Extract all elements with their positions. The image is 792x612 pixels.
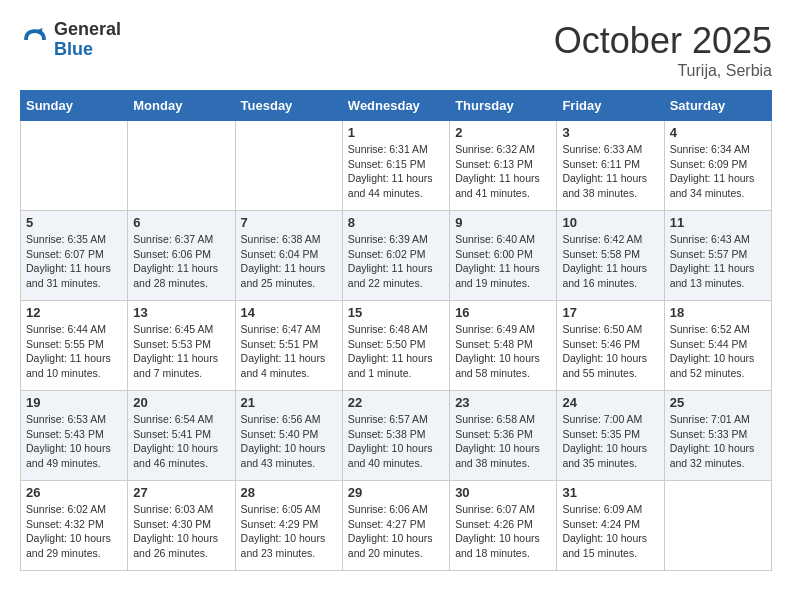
day-cell: 31Sunrise: 6:09 AM Sunset: 4:24 PM Dayli… — [557, 481, 664, 571]
day-cell: 26Sunrise: 6:02 AM Sunset: 4:32 PM Dayli… — [21, 481, 128, 571]
day-cell: 25Sunrise: 7:01 AM Sunset: 5:33 PM Dayli… — [664, 391, 771, 481]
week-row-3: 12Sunrise: 6:44 AM Sunset: 5:55 PM Dayli… — [21, 301, 772, 391]
day-number: 11 — [670, 215, 766, 230]
header-cell-wednesday: Wednesday — [342, 91, 449, 121]
day-info: Sunrise: 6:54 AM Sunset: 5:41 PM Dayligh… — [133, 412, 229, 471]
day-info: Sunrise: 6:47 AM Sunset: 5:51 PM Dayligh… — [241, 322, 337, 381]
day-info: Sunrise: 6:42 AM Sunset: 5:58 PM Dayligh… — [562, 232, 658, 291]
week-row-2: 5Sunrise: 6:35 AM Sunset: 6:07 PM Daylig… — [21, 211, 772, 301]
day-cell: 13Sunrise: 6:45 AM Sunset: 5:53 PM Dayli… — [128, 301, 235, 391]
day-number: 4 — [670, 125, 766, 140]
logo-icon — [20, 25, 50, 55]
logo-general: General — [54, 20, 121, 40]
day-number: 30 — [455, 485, 551, 500]
day-cell: 19Sunrise: 6:53 AM Sunset: 5:43 PM Dayli… — [21, 391, 128, 481]
day-info: Sunrise: 6:52 AM Sunset: 5:44 PM Dayligh… — [670, 322, 766, 381]
day-info: Sunrise: 6:05 AM Sunset: 4:29 PM Dayligh… — [241, 502, 337, 561]
header-row: SundayMondayTuesdayWednesdayThursdayFrid… — [21, 91, 772, 121]
day-info: Sunrise: 6:31 AM Sunset: 6:15 PM Dayligh… — [348, 142, 444, 201]
day-info: Sunrise: 6:06 AM Sunset: 4:27 PM Dayligh… — [348, 502, 444, 561]
header-cell-monday: Monday — [128, 91, 235, 121]
day-cell: 10Sunrise: 6:42 AM Sunset: 5:58 PM Dayli… — [557, 211, 664, 301]
day-info: Sunrise: 7:01 AM Sunset: 5:33 PM Dayligh… — [670, 412, 766, 471]
week-row-5: 26Sunrise: 6:02 AM Sunset: 4:32 PM Dayli… — [21, 481, 772, 571]
day-cell: 4Sunrise: 6:34 AM Sunset: 6:09 PM Daylig… — [664, 121, 771, 211]
logo-blue: Blue — [54, 40, 121, 60]
header-cell-saturday: Saturday — [664, 91, 771, 121]
day-cell: 15Sunrise: 6:48 AM Sunset: 5:50 PM Dayli… — [342, 301, 449, 391]
day-number: 26 — [26, 485, 122, 500]
day-number: 21 — [241, 395, 337, 410]
week-row-4: 19Sunrise: 6:53 AM Sunset: 5:43 PM Dayli… — [21, 391, 772, 481]
day-info: Sunrise: 6:57 AM Sunset: 5:38 PM Dayligh… — [348, 412, 444, 471]
day-info: Sunrise: 6:40 AM Sunset: 6:00 PM Dayligh… — [455, 232, 551, 291]
header-cell-friday: Friday — [557, 91, 664, 121]
day-number: 28 — [241, 485, 337, 500]
day-number: 17 — [562, 305, 658, 320]
day-info: Sunrise: 6:44 AM Sunset: 5:55 PM Dayligh… — [26, 322, 122, 381]
day-number: 16 — [455, 305, 551, 320]
day-number: 13 — [133, 305, 229, 320]
day-number: 24 — [562, 395, 658, 410]
day-info: Sunrise: 6:53 AM Sunset: 5:43 PM Dayligh… — [26, 412, 122, 471]
calendar-body: 1Sunrise: 6:31 AM Sunset: 6:15 PM Daylig… — [21, 121, 772, 571]
day-cell: 8Sunrise: 6:39 AM Sunset: 6:02 PM Daylig… — [342, 211, 449, 301]
day-info: Sunrise: 6:43 AM Sunset: 5:57 PM Dayligh… — [670, 232, 766, 291]
day-number: 27 — [133, 485, 229, 500]
day-number: 12 — [26, 305, 122, 320]
day-cell: 7Sunrise: 6:38 AM Sunset: 6:04 PM Daylig… — [235, 211, 342, 301]
title-area: October 2025 Turija, Serbia — [554, 20, 772, 80]
day-cell: 18Sunrise: 6:52 AM Sunset: 5:44 PM Dayli… — [664, 301, 771, 391]
day-number: 19 — [26, 395, 122, 410]
day-number: 7 — [241, 215, 337, 230]
calendar-table: SundayMondayTuesdayWednesdayThursdayFrid… — [20, 90, 772, 571]
day-info: Sunrise: 6:07 AM Sunset: 4:26 PM Dayligh… — [455, 502, 551, 561]
day-number: 14 — [241, 305, 337, 320]
day-number: 8 — [348, 215, 444, 230]
header-cell-sunday: Sunday — [21, 91, 128, 121]
day-number: 6 — [133, 215, 229, 230]
day-number: 20 — [133, 395, 229, 410]
day-cell: 5Sunrise: 6:35 AM Sunset: 6:07 PM Daylig… — [21, 211, 128, 301]
header-cell-thursday: Thursday — [450, 91, 557, 121]
day-cell: 30Sunrise: 6:07 AM Sunset: 4:26 PM Dayli… — [450, 481, 557, 571]
day-info: Sunrise: 6:48 AM Sunset: 5:50 PM Dayligh… — [348, 322, 444, 381]
day-cell: 9Sunrise: 6:40 AM Sunset: 6:00 PM Daylig… — [450, 211, 557, 301]
calendar-header: SundayMondayTuesdayWednesdayThursdayFrid… — [21, 91, 772, 121]
day-cell: 3Sunrise: 6:33 AM Sunset: 6:11 PM Daylig… — [557, 121, 664, 211]
day-cell: 23Sunrise: 6:58 AM Sunset: 5:36 PM Dayli… — [450, 391, 557, 481]
day-cell: 21Sunrise: 6:56 AM Sunset: 5:40 PM Dayli… — [235, 391, 342, 481]
week-row-1: 1Sunrise: 6:31 AM Sunset: 6:15 PM Daylig… — [21, 121, 772, 211]
day-cell: 1Sunrise: 6:31 AM Sunset: 6:15 PM Daylig… — [342, 121, 449, 211]
day-info: Sunrise: 6:34 AM Sunset: 6:09 PM Dayligh… — [670, 142, 766, 201]
day-cell: 6Sunrise: 6:37 AM Sunset: 6:06 PM Daylig… — [128, 211, 235, 301]
location-subtitle: Turija, Serbia — [554, 62, 772, 80]
page-header: General Blue October 2025 Turija, Serbia — [20, 20, 772, 80]
day-info: Sunrise: 6:35 AM Sunset: 6:07 PM Dayligh… — [26, 232, 122, 291]
day-number: 2 — [455, 125, 551, 140]
day-number: 22 — [348, 395, 444, 410]
day-cell: 17Sunrise: 6:50 AM Sunset: 5:46 PM Dayli… — [557, 301, 664, 391]
day-info: Sunrise: 6:49 AM Sunset: 5:48 PM Dayligh… — [455, 322, 551, 381]
day-info: Sunrise: 6:38 AM Sunset: 6:04 PM Dayligh… — [241, 232, 337, 291]
day-info: Sunrise: 6:33 AM Sunset: 6:11 PM Dayligh… — [562, 142, 658, 201]
day-number: 25 — [670, 395, 766, 410]
day-cell: 28Sunrise: 6:05 AM Sunset: 4:29 PM Dayli… — [235, 481, 342, 571]
day-number: 5 — [26, 215, 122, 230]
day-info: Sunrise: 6:09 AM Sunset: 4:24 PM Dayligh… — [562, 502, 658, 561]
day-info: Sunrise: 7:00 AM Sunset: 5:35 PM Dayligh… — [562, 412, 658, 471]
day-cell: 2Sunrise: 6:32 AM Sunset: 6:13 PM Daylig… — [450, 121, 557, 211]
day-info: Sunrise: 6:58 AM Sunset: 5:36 PM Dayligh… — [455, 412, 551, 471]
day-number: 15 — [348, 305, 444, 320]
day-cell: 14Sunrise: 6:47 AM Sunset: 5:51 PM Dayli… — [235, 301, 342, 391]
day-number: 23 — [455, 395, 551, 410]
day-cell: 27Sunrise: 6:03 AM Sunset: 4:30 PM Dayli… — [128, 481, 235, 571]
day-cell: 24Sunrise: 7:00 AM Sunset: 5:35 PM Dayli… — [557, 391, 664, 481]
day-number: 1 — [348, 125, 444, 140]
day-cell: 20Sunrise: 6:54 AM Sunset: 5:41 PM Dayli… — [128, 391, 235, 481]
day-cell: 22Sunrise: 6:57 AM Sunset: 5:38 PM Dayli… — [342, 391, 449, 481]
day-cell — [128, 121, 235, 211]
day-number: 3 — [562, 125, 658, 140]
day-cell: 16Sunrise: 6:49 AM Sunset: 5:48 PM Dayli… — [450, 301, 557, 391]
day-cell — [664, 481, 771, 571]
